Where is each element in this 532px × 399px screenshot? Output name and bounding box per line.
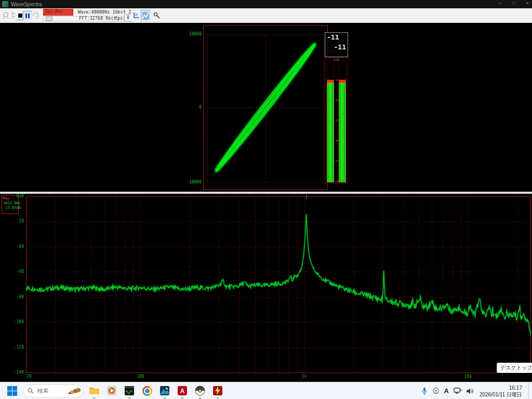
- taskbar-photos[interactable]: [158, 384, 171, 397]
- settings-wrench-button[interactable]: [152, 10, 162, 21]
- spectrum-y-tick-label: -40: [0, 244, 24, 249]
- taskbar-clock[interactable]: 16:17 2026/01/11 日曜日: [480, 384, 522, 398]
- spectrum-y-tick-label: -80: [0, 295, 24, 299]
- meter-scale-label: 0dB: [334, 58, 339, 61]
- meter-scale-label: -50: [334, 159, 339, 163]
- meter-left-channel-label: L: [329, 179, 331, 183]
- spectrum-plot: [0, 194, 532, 382]
- level-meter-bars: 0dB-10-20-30-40-50-60 L R: [325, 57, 348, 183]
- lightning-icon: [212, 385, 223, 396]
- meter-scale: 0dB-10-20-30-40-50-60: [334, 58, 339, 183]
- record-source-icon[interactable]: [2, 11, 10, 19]
- spectrum-panel: Max 1022.9Hz -13.85dB 0dB-20-40-60-80-10…: [0, 194, 532, 382]
- peak-readout-freq: 1022.9Hz: [3, 201, 18, 206]
- meter-fill-right: [339, 83, 346, 182]
- lissajous-yzero-label: 0: [180, 105, 202, 110]
- meter-scale-label: -20: [334, 99, 339, 102]
- lissajous-ymax-label: 10000: [180, 32, 202, 36]
- meter-fill-left: [327, 83, 334, 182]
- titlebar: WaveSpectra − □ ×: [0, 0, 532, 8]
- show-desktop-tooltip: デスクトップの表示: [497, 363, 532, 373]
- media-player-icon: [107, 385, 117, 396]
- spectrum-y-tick-label: 0dB: [0, 194, 24, 198]
- seek-slider-thumb[interactable]: [46, 17, 52, 21]
- search-highlight-image[interactable]: [68, 387, 81, 395]
- lissajous-ymin-label: -10000: [180, 180, 202, 184]
- taskbar-wavespectra[interactable]: [123, 384, 136, 397]
- ime-mode-indicator[interactable]: A: [444, 387, 449, 395]
- spectrum-y-tick-label: -100: [0, 320, 24, 324]
- window-title: WaveSpectra: [11, 2, 42, 7]
- taskbar-acrobat[interactable]: A: [176, 384, 189, 397]
- toolbar: Rec.Mon Wave:48000Hz 16bit 2ch FFT:32768…: [0, 8, 532, 23]
- wrench-icon: [153, 12, 161, 19]
- rec-indicator: Rec.Mon: [43, 9, 73, 16]
- minimize-button[interactable]: −: [499, 1, 502, 6]
- spectrum-y-tick-label: -20: [0, 219, 24, 223]
- taskbar-file-explorer[interactable]: [87, 384, 101, 397]
- peak-readout-level: -13.85dB: [3, 206, 18, 210]
- taskbar: A A: [0, 382, 532, 399]
- loop-button[interactable]: [32, 12, 39, 19]
- spectrum-display-icon: [142, 12, 149, 20]
- spectrum-display-toggle[interactable]: [141, 10, 151, 21]
- meter-bar-left: [327, 60, 334, 182]
- wavespectra-taskbar-icon: [124, 385, 135, 396]
- file-explorer-icon: [89, 386, 100, 395]
- taskbar-search-box[interactable]: [23, 384, 83, 397]
- start-button[interactable]: [5, 384, 19, 397]
- lr-axis-icon: R: [132, 12, 140, 19]
- pokeball-icon: [195, 385, 205, 396]
- volume-icon[interactable]: [466, 388, 473, 394]
- clock-date: 2026/01/11 日曜日: [480, 391, 522, 398]
- taskbar-power-app[interactable]: [211, 384, 224, 397]
- svg-text:A: A: [180, 388, 185, 395]
- clock-time: 16:17: [480, 384, 522, 391]
- spectrum-x-tick-label: 100: [132, 374, 148, 379]
- chrome-icon: [142, 386, 152, 396]
- spectrum-x-tick-label: 10k: [460, 374, 476, 379]
- spectrum-x-tick-label: 1k: [297, 374, 312, 379]
- pause-icon: [25, 14, 30, 18]
- meter-right-channel-label: R: [342, 179, 344, 183]
- maximize-button[interactable]: □: [512, 1, 515, 6]
- tray-app-icon[interactable]: [432, 388, 440, 394]
- windows-logo-icon: [7, 386, 17, 396]
- lissajous-panel: 10000 0 -10000 -11 -11 0dB-10-20-30-40-5…: [0, 23, 532, 192]
- search-icon: [28, 388, 34, 394]
- lissajous-plot: [203, 25, 328, 190]
- network-icon[interactable]: [454, 388, 461, 394]
- meter-left-value: -11: [327, 33, 339, 41]
- taskbar-pokeball-app[interactable]: [193, 384, 207, 397]
- level-meter-readout: -11 -11: [325, 32, 348, 57]
- taskbar-chrome[interactable]: [140, 384, 154, 397]
- search-input[interactable]: [36, 387, 65, 394]
- close-button[interactable]: ×: [526, 1, 529, 6]
- meter-scale-label: -10: [334, 78, 339, 82]
- meter-scale-label: -60: [334, 180, 339, 183]
- lr-axis-button[interactable]: R: [131, 10, 141, 21]
- photos-icon: [159, 385, 170, 396]
- spectrum-y-tick-label: -60: [0, 269, 24, 274]
- show-desktop-button[interactable]: [528, 382, 530, 399]
- level-meter: -11 -11 0dB-10-20-30-40-50-60 L R: [325, 32, 348, 183]
- meter-scale-label: -40: [334, 139, 339, 142]
- meter-bar-right: [339, 60, 346, 182]
- microphone-icon[interactable]: [421, 387, 428, 395]
- pause-button[interactable]: [23, 11, 32, 20]
- fft-settings-info: FFT:32768 Rect.: [79, 16, 119, 21]
- meter-scale-label: -30: [334, 119, 339, 122]
- spectrum-y-tick-label: -120: [0, 345, 24, 350]
- wavespectra-app-icon: [2, 1, 8, 7]
- stop-icon: [18, 14, 22, 18]
- spectrum-x-tick-label: 20: [21, 374, 37, 379]
- svg-text:R: R: [135, 13, 138, 17]
- spectrum-y-tick-label: -140: [0, 370, 24, 375]
- meter-right-value: -11: [334, 43, 346, 51]
- acrobat-icon: A: [177, 385, 188, 396]
- taskbar-media-player[interactable]: [105, 384, 118, 397]
- wave-format-info: Wave:48000Hz 16bit 2ch: [78, 9, 137, 15]
